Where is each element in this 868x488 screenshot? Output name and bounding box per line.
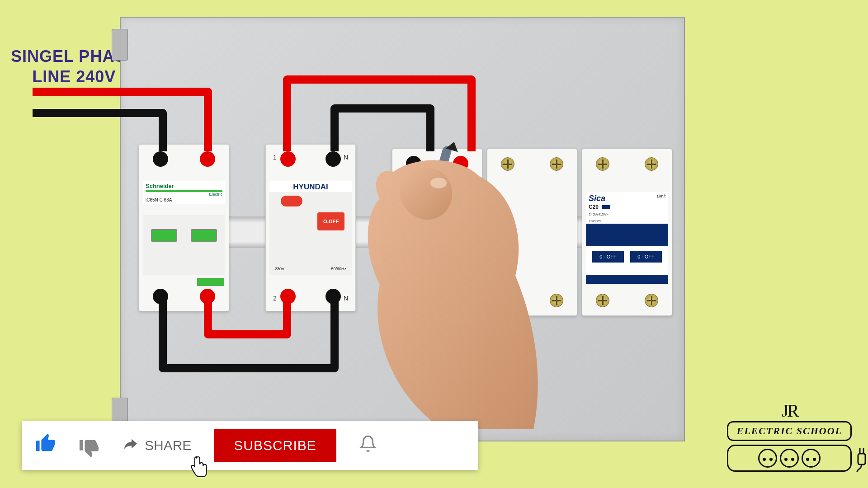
terminal-bot-n (326, 289, 341, 304)
spec-1: 240V/415V~ (589, 212, 609, 216)
screw-terminal (550, 294, 563, 307)
logo-monogram: JR (727, 400, 852, 421)
off-switch: O-OFF (317, 212, 344, 230)
dislike-button[interactable] (79, 433, 99, 458)
brand-sub: Electric (146, 192, 222, 197)
toggle-area: O-OFF 230V 50/60Hz (269, 192, 352, 275)
channel-logo: JR ELECTRIC SCHOOL (727, 400, 852, 472)
video-action-bar: SHARE SUBSCRIBE (22, 421, 478, 470)
share-label: SHARE (145, 438, 191, 453)
screw-terminal (645, 294, 658, 307)
share-button[interactable]: SHARE (122, 436, 191, 455)
plug-icon (854, 445, 868, 472)
brand-name: Sica (589, 194, 605, 203)
terminal-top-n (326, 151, 341, 167)
off-switch: 0 · OFF (630, 251, 662, 263)
rccb-hyundai: 1 N HYUNDAI HIRC63 40A CE Test monthly A… (265, 144, 356, 311)
brand-label: Schneider Electric iC65N C 63A (143, 181, 225, 204)
socket-icon (758, 449, 777, 468)
subscribe-button[interactable]: SUBSCRIBE (214, 429, 336, 462)
brand-name: Schneider (146, 183, 174, 189)
screw-terminal (406, 294, 420, 307)
svg-rect-3 (858, 454, 865, 465)
title-line-2: LINE 240V (32, 67, 116, 86)
screw-terminal (596, 294, 609, 307)
terminal-top-right (453, 156, 468, 171)
like-button[interactable] (35, 433, 56, 458)
model-label: iC65N C 63A (146, 197, 222, 202)
toggle-switch (191, 229, 217, 242)
subscribe-label: SUBSCRIBE (234, 438, 316, 453)
terminal-n-bot-label: N (344, 295, 348, 302)
terminal-n-label: N (344, 154, 348, 161)
terminal-bot-right (200, 289, 215, 304)
panel-hinge (112, 29, 128, 61)
toggle-switch (151, 229, 177, 242)
voltage-label: 230V (275, 267, 284, 271)
terminal-top-left (153, 151, 168, 167)
terminal-top-1 (280, 151, 296, 167)
schneider-tag (197, 278, 224, 286)
socket-icon (780, 449, 799, 468)
screw-terminal (596, 157, 609, 171)
socket-icon (802, 449, 821, 468)
terminal-bot-left (153, 289, 168, 304)
distribution-panel: Schneider Electric iC65N C 63A 1 N HYUND… (120, 17, 685, 441)
screw-terminal (455, 294, 468, 307)
limit-label: Limit (657, 194, 665, 198)
screw-terminal (645, 157, 658, 171)
mcb-4 (487, 149, 577, 316)
test-button (281, 196, 302, 206)
terminal-2-label: 2 (273, 295, 277, 302)
toggle-area: 0 · OFF 0 · OFF (586, 224, 668, 284)
mcb-schneider: Schneider Electric iC65N C 63A (139, 144, 229, 311)
mcb-sica: Sica Limit C20 240V/415V~ 782220 IEC 608… (582, 149, 672, 316)
logo-text: ELECTRIC SCHOOL (727, 421, 852, 441)
toggle-area (143, 215, 225, 275)
logo-sockets (727, 445, 852, 472)
off-switch: 0 · OFF (592, 251, 624, 263)
freq-label: 50/60Hz (331, 267, 346, 271)
terminal-1-label: 1 (273, 154, 277, 161)
share-icon (122, 436, 138, 455)
brand-name: HYUNDAI (293, 183, 328, 191)
screw-terminal (550, 157, 563, 171)
screw-terminal (501, 294, 514, 307)
spec-2: 782220 (589, 219, 601, 223)
screw-terminal (501, 157, 514, 171)
cursor-icon (189, 455, 209, 483)
model-label: C20 (589, 204, 599, 210)
terminal-top-right (200, 151, 215, 167)
notification-bell-icon[interactable] (359, 435, 377, 457)
terminal-top-left (406, 156, 421, 171)
terminal-bot-2 (280, 289, 296, 304)
mcb-3 (392, 149, 482, 316)
